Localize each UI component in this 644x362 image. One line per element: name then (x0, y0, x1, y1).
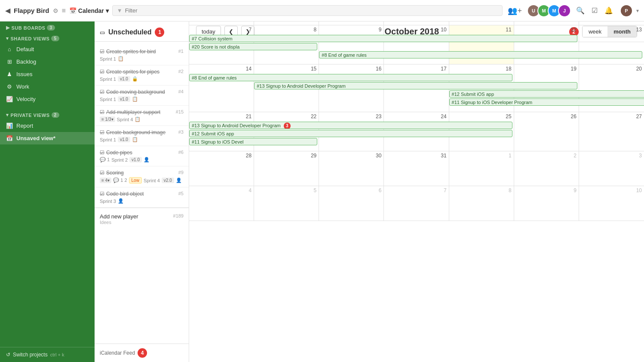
task-card-4[interactable]: ☑ Add multiplayer support #15 ≡ 1/3▾ Spr… (95, 106, 189, 126)
date-number: 24 (386, 114, 446, 120)
icalendar-button[interactable]: iCalendar Feed (100, 350, 135, 356)
date-number: 8 (256, 27, 316, 33)
search-button[interactable]: 🔍 (574, 5, 586, 16)
task-title: ☑ Create background image (100, 129, 166, 135)
sidebar-item-work[interactable]: ⚙ Work (0, 80, 95, 93)
expand-icon[interactable]: ▶ (6, 25, 10, 31)
date-number: 17 (386, 66, 446, 72)
task-id: #1 (178, 49, 184, 54)
date-cell: 9 (514, 186, 579, 221)
date-number: 25 (451, 114, 512, 120)
task-card-2[interactable]: ☑ Create sprites for pipes #2 Sprint 1 v… (95, 65, 189, 86)
check-icon: ☑ (100, 109, 104, 115)
filter-input[interactable] (125, 7, 498, 14)
add-new-id: #189 (173, 213, 184, 220)
task-meta: ≡ 1/3▾ Sprint 4 📋 (100, 117, 184, 122)
sidebar-item-velocity[interactable]: 📈 Velocity (0, 93, 95, 105)
calendar-event[interactable]: #20 Score is not displa (189, 43, 317, 50)
profile-dropdown[interactable]: ▾ (636, 8, 639, 14)
avatar-user4[interactable]: J (558, 4, 571, 17)
date-cell: 30 (319, 151, 384, 186)
sidebar-bottom: ↺ Switch projects ctrl + k (0, 347, 95, 362)
avatar-group: U M M J (527, 4, 571, 17)
task-title: ☑ Add multiplayer support (100, 109, 160, 115)
sidebar-item-label: Issues (16, 71, 33, 77)
calendar-grid-new: SunMonTueWedThuFriSat30123456#14 Submit … (189, 21, 644, 362)
calendar-event[interactable]: #12 Submit iOS app (189, 130, 512, 137)
user-icon: 👤 (144, 157, 150, 163)
expand-icon3[interactable]: ▾ (6, 112, 9, 118)
task-meta: Sprint 3 👤 (100, 198, 184, 204)
sidebar-item-backlog[interactable]: ⊞ Backlog (0, 55, 95, 68)
date-number: 10 (581, 187, 642, 193)
date-number: 26 (516, 114, 577, 120)
calendar-event[interactable]: #8 End of game rules (319, 51, 642, 58)
attachment-icon: 📋 (118, 56, 124, 61)
calendar-event[interactable]: #11 Signup to iOS Devel (189, 138, 317, 145)
sidebar: ▶ SUB BOARDS 3 ▾ SHARED VIEWS 5 ⌂ Defaul… (0, 21, 95, 362)
date-number: 23 (321, 114, 381, 120)
back-button[interactable]: ◀ (5, 6, 10, 15)
chess-icon: ♟ (6, 71, 13, 77)
date-number: 9 (321, 27, 381, 33)
expand-icon2[interactable]: ▾ (6, 36, 9, 41)
profile-avatar[interactable]: P (620, 4, 633, 17)
task-id: #4 (178, 89, 184, 94)
task-card-8[interactable]: ☑ Code bird object #5 Sprint 3 👤 (95, 187, 189, 208)
date-cell: 3 (384, 21, 449, 25)
task-id: #15 (176, 109, 184, 114)
bell-button[interactable]: 🔔 (603, 5, 615, 16)
date-number: 20 (581, 66, 642, 72)
task-card-6[interactable]: ☑ Code pipes #6 💬 1 Sprint 2 v1.0 👤 (95, 146, 189, 166)
date-number: 10 (386, 27, 446, 33)
shared-views-section: ▾ SHARED VIEWS 5 (0, 32, 95, 43)
sidebar-item-report[interactable]: 📊 Report (0, 120, 95, 132)
date-cell: 28 (189, 151, 254, 186)
calendar-event[interactable]: #7 Collision system (189, 35, 577, 42)
task-card-5[interactable]: ☑ Create background image #3 Sprint 1 v1… (95, 126, 189, 146)
gear-icon[interactable]: ⚙ (53, 7, 58, 14)
add-member-button[interactable]: 👥+ (506, 4, 524, 17)
task-card-1[interactable]: ☑ Create sprites for bird #1 Sprint 1 📋 (95, 45, 189, 65)
menu-icon[interactable]: ≡ (62, 7, 66, 15)
add-new-subtitle: Idees (100, 220, 184, 225)
task-meta: Sprint 1 v1.0 🔒 (100, 76, 184, 82)
sidebar-item-unsaved[interactable]: 📅 Unsaved view* (0, 132, 95, 144)
unscheduled-header: ▭ Unscheduled 1 (95, 21, 189, 42)
check-button[interactable]: ☑ (590, 5, 599, 16)
calendar-event[interactable]: #13 Signup to Android Developer Program (254, 82, 577, 89)
switch-projects-button[interactable]: ↺ Switch projects ctrl + k (6, 352, 64, 358)
sub-boards-badge: 3 (47, 25, 55, 31)
date-number: 12 (516, 27, 577, 33)
user-icon: 👤 (176, 178, 182, 183)
priority-tag: Low (129, 177, 142, 184)
icalendar-badge: 4 (138, 348, 147, 358)
task-title: ☑ Code moving background (100, 89, 165, 95)
check-icon: ☑ (100, 150, 104, 156)
version-tag: v1.0 (118, 76, 130, 82)
date-number: 16 (321, 66, 381, 72)
task-card-3[interactable]: ☑ Code moving background #4 Sprint 1 v1.… (95, 86, 189, 106)
sidebar-item-default[interactable]: ⌂ Default (0, 43, 95, 55)
calendar-event[interactable]: #11 Signup to iOS Developer Program (449, 98, 644, 106)
calendar-button[interactable]: 📅 Calendar ▾ (69, 7, 109, 14)
subtask-icon: 💬 1 (100, 157, 110, 163)
date-cell: 27 (579, 112, 644, 151)
sidebar-item-issues[interactable]: ♟ Issues (0, 68, 95, 80)
date-number: 11 (451, 27, 512, 33)
calendar-icon: 📅 (69, 7, 77, 14)
calendar-event[interactable]: #13 Signup to Android Developer Program … (189, 122, 512, 129)
sidebar-item-label: Report (16, 123, 33, 129)
add-new-title: Add new player (100, 213, 138, 220)
calendar-event[interactable]: #8 End of game rules (189, 74, 512, 81)
date-number: 13 (581, 27, 642, 33)
task-card-7[interactable]: ☑ Scoring #9 ≡ 4▾ 💬 1 2 Low Sprint 4 v2.… (95, 166, 189, 187)
progress-tag: ≡ 4▾ (100, 178, 111, 183)
date-number: 3 (581, 153, 642, 159)
week-wrapper-3: 21222324252627#13 Signup to Android Deve… (189, 112, 644, 151)
task-meta: ≡ 4▾ 💬 1 2 Low Sprint 4 v2.0 👤 (100, 177, 184, 184)
collapse-icon[interactable]: ▭ (100, 29, 105, 36)
private-views-section: ▾ PRIVATE VIEWS 2 (0, 109, 95, 120)
calendar-event[interactable]: #12 Submit iOS app (449, 90, 644, 98)
topbar-right: 👥+ U M M J 🔍 ☑ 🔔 P ▾ (506, 4, 639, 17)
